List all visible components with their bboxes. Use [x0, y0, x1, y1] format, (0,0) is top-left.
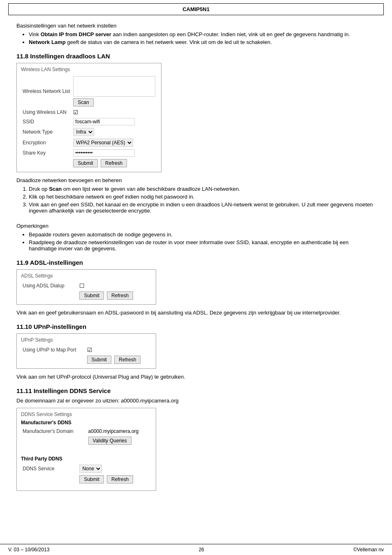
adsl-refresh-button[interactable]: Refresh [107, 291, 133, 300]
manufacturer-ddns-title: Manufacturer's DDNS [21, 420, 152, 426]
remarks-title: Opmerkingen [16, 223, 376, 229]
upnp-refresh-button[interactable]: Refresh [114, 356, 141, 364]
ddns-divider [21, 449, 152, 453]
intro-bullet-1-rest: aan indien aangesloten op een DHCP-route… [111, 31, 350, 37]
main-content: Basisinstellingen van het netwerk instel… [0, 18, 392, 544]
encryption-row: Encryption WPA2 Personal (AES) [21, 137, 157, 148]
upnp-body-text: Vink aan om het UPnP-protocol (Universal… [16, 374, 376, 380]
encryption-select[interactable]: WPA2 Personal (AES) [73, 139, 133, 147]
ddns-settings-box: DDNS Service Settings Manufacturer's DDN… [16, 408, 156, 491]
footer-version: V. 03 – 10/06/2013 [8, 547, 49, 553]
section-11-8-heading: 11.8 Instellingen draadloos LAN [16, 53, 376, 60]
adsl-submit-button[interactable]: Submit [79, 291, 104, 300]
encryption-label: Encryption [21, 137, 71, 148]
wireless-submit-cell: Submit Refresh [71, 158, 157, 169]
wireless-lan-settings-box: Wireless LAN Settings Wireless Network L… [16, 63, 161, 172]
wireless-submit-button[interactable]: Submit [73, 159, 97, 167]
third-party-ddns-table: DDNS Service None Submit Refresh [21, 463, 152, 485]
upnp-submit-button[interactable]: Submit [87, 356, 111, 364]
using-wireless-lan-label: Using Wireless LAN [21, 108, 71, 117]
third-party-ddns-section: Third Party DDNS DDNS Service None Submi… [21, 456, 152, 485]
intro-text: Basisinstellingen van het netwerk instel… [16, 23, 376, 29]
share-key-label: Share Key [21, 148, 71, 158]
manufacturer-ddns-table: Manufacturer's Domain a0000.myipcamera.o… [21, 427, 152, 446]
wireless-refresh-button[interactable]: Refresh [101, 159, 127, 167]
wireless-lan-box-title: Wireless LAN Settings [21, 67, 157, 72]
upnp-checkbox[interactable] [87, 347, 92, 353]
adsl-dialup-checkbox[interactable] [79, 283, 85, 289]
page-title: CAMIP5N1 [182, 6, 210, 12]
ssid-cell [71, 117, 157, 127]
footer-page: 26 [198, 547, 204, 553]
intro-bullet-2-bold: Network Lamp [29, 39, 66, 45]
encryption-cell: WPA2 Personal (AES) [71, 137, 157, 148]
ddns-submit-spacer [21, 474, 78, 485]
manufacturer-domain-value: a0000.myipcamera.org [88, 428, 139, 434]
validity-spacer [21, 435, 87, 446]
network-type-select[interactable]: Infra [73, 128, 94, 136]
intro-bullet-2-rest: geeft de status van de camera in het net… [66, 39, 272, 45]
upnp-submit-cell: Submit Refresh [85, 354, 152, 365]
wireless-network-list-cell: Scan [71, 75, 157, 108]
manufacturer-domain-label: Manufacturer's Domain [21, 427, 87, 435]
section-11-9-heading: 11.9 ADSL-instellingen [16, 259, 376, 266]
validity-cell: Validity Queries [87, 435, 152, 446]
wireless-submit-row: Submit Refresh [21, 158, 157, 169]
ddns-submit-button[interactable]: Submit [79, 475, 104, 483]
upnp-box-title: UPnP Settings [21, 337, 152, 343]
adsl-dialup-label: Using ADSL Dialup [21, 281, 78, 290]
remarks-list: Bepaalde routers geven automatisch de no… [29, 231, 376, 252]
page-footer: V. 03 – 10/06/2013 26 ©Velleman nv [0, 544, 392, 555]
wireless-intro-text: Draadloze netwerken toevoegen en beheren [16, 177, 376, 183]
ssid-row: SSID [21, 117, 157, 127]
upnp-submit-row: Submit Refresh [21, 354, 152, 365]
using-wireless-lan-checkbox[interactable] [73, 110, 78, 116]
intro-bullet-1-bold: Obtain IP from DHCP server [41, 31, 111, 37]
page-header: CAMIP5N1 [8, 3, 384, 15]
manufacturer-domain-cell: a0000.myipcamera.org [87, 427, 152, 435]
share-key-input[interactable] [73, 149, 135, 157]
wireless-network-list-area [73, 76, 155, 97]
intro-bullets: Vink Obtain IP from DHCP server aan indi… [29, 31, 376, 45]
adsl-settings-box: ADSL Settings Using ADSL Dialup Submit R… [16, 269, 156, 305]
ddns-submit-cell: Submit Refresh [78, 474, 152, 485]
validity-row: Validity Queries [21, 435, 152, 446]
ddns-service-select[interactable]: None [79, 465, 102, 473]
spacer-1 [16, 218, 376, 223]
footer-copyright: ©Velleman nv [353, 547, 384, 553]
third-party-ddns-title: Third Party DDNS [21, 456, 152, 462]
manufacturer-domain-row: Manufacturer's Domain a0000.myipcamera.o… [21, 427, 152, 435]
adsl-dialup-cell [78, 281, 152, 290]
ddns-box-title: DDNS Service Settings [21, 412, 152, 417]
ssid-input[interactable] [73, 118, 135, 125]
upnp-table: Using UPnP to Map Port Submit Refresh [21, 345, 152, 365]
intro-bullet-1: Vink Obtain IP from DHCP server aan indi… [29, 31, 376, 37]
adsl-box-title: ADSL Settings [21, 273, 152, 279]
adsl-submit-spacer [21, 290, 78, 301]
ddns-service-row: DDNS Service None [21, 463, 152, 474]
share-key-row: Share Key [21, 148, 157, 158]
adsl-dialup-row: Using ADSL Dialup [21, 281, 152, 290]
adsl-table: Using ADSL Dialup Submit Refresh [21, 281, 152, 301]
using-wireless-lan-cell [71, 108, 157, 117]
upnp-label: Using UPnP to Map Port [21, 345, 85, 354]
ddns-domain-text: De domeinnaam zal er ongeveer zo uitzien… [16, 398, 376, 404]
upnp-settings-box: UPnP Settings Using UPnP to Map Port Sub… [16, 333, 156, 369]
upnp-row: Using UPnP to Map Port [21, 345, 152, 354]
wireless-network-list-row: Wireless Network List Scan [21, 75, 157, 108]
share-key-cell [71, 148, 157, 158]
wireless-steps: Druk op Scan om een lijst weer te geven … [29, 186, 376, 214]
remark-2: Raadpleeg de draadloze netwerkinstelling… [29, 239, 376, 252]
intro-bullet-1-prefix: Vink [29, 31, 41, 37]
wireless-step-3: Vink aan en geef een SSID, het kanaal en… [29, 201, 376, 214]
upnp-submit-spacer [21, 354, 85, 365]
manufacturer-ddns-section: Manufacturer's DDNS Manufacturer's Domai… [21, 420, 152, 446]
ssid-label: SSID [21, 117, 71, 127]
ddns-refresh-button[interactable]: Refresh [107, 475, 133, 483]
scan-button[interactable]: Scan [73, 98, 93, 106]
validity-queries-button[interactable]: Validity Queries [88, 437, 131, 445]
network-type-label: Network Type [21, 127, 71, 137]
ddns-submit-row: Submit Refresh [21, 474, 152, 485]
adsl-submit-cell: Submit Refresh [78, 290, 152, 301]
wireless-step-1: Druk op Scan om een lijst weer te geven … [29, 186, 376, 192]
